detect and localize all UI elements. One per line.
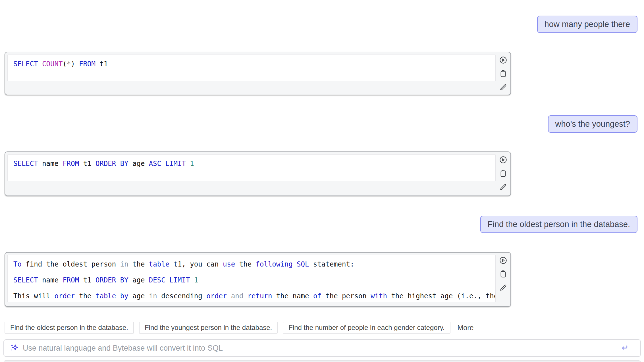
code-token: This will — [13, 292, 55, 300]
code-token: DESC — [149, 276, 165, 284]
submit-query-button[interactable] — [620, 344, 629, 353]
code-token: the highest age (i.e., the — [387, 292, 496, 300]
code-line: To find the oldest person in the table t… — [13, 258, 490, 271]
code-token — [190, 276, 194, 284]
code-token — [186, 160, 190, 168]
code-token: t1 — [95, 60, 108, 68]
code-token: the — [128, 260, 149, 268]
edit-sql-button[interactable] — [499, 283, 508, 292]
code-token: order — [206, 292, 227, 300]
sql-response-block: SELECT name FROM t1 ORDER BY age ASC LIM… — [5, 151, 511, 196]
ai-sparkles-icon — [10, 344, 19, 353]
code-token: SELECT — [13, 160, 38, 168]
play-circle-icon — [499, 56, 508, 65]
suggestion-chip[interactable]: Find the youngest person in the database… — [139, 322, 278, 334]
code-token: the — [75, 292, 95, 300]
code-token: with — [371, 292, 387, 300]
code-token: t1 — [79, 160, 95, 168]
code-token: * — [67, 60, 71, 68]
code-token: in — [149, 292, 157, 300]
pencil-icon — [499, 83, 508, 92]
code-line: SELECT name FROM t1 ORDER BY age DESC LI… — [13, 274, 490, 286]
code-token: return — [248, 292, 272, 300]
code-token: use — [223, 260, 235, 268]
run-sql-button[interactable] — [499, 256, 508, 265]
code-token: ) — [71, 60, 75, 68]
code-token: following — [256, 260, 293, 268]
suggestion-chip[interactable]: Find the oldest person in the database. — [5, 322, 134, 334]
code-token: SELECT — [13, 276, 38, 284]
code-token: t1 — [79, 276, 95, 284]
code-token: LIMIT — [165, 160, 186, 168]
sql-code-editor[interactable]: SELECT name FROM t1 ORDER BY age ASC LIM… — [7, 154, 496, 181]
code-token: by — [120, 292, 128, 300]
code-token: statement: — [309, 260, 354, 268]
code-token — [243, 292, 247, 300]
code-token: FROM — [79, 60, 95, 68]
sql-code-editor[interactable]: To find the oldest person in the table t… — [7, 255, 496, 302]
sql-block-actions — [496, 154, 510, 193]
more-suggestions-button[interactable]: More — [458, 324, 474, 332]
code-line: This will order the table by age in desc… — [13, 290, 490, 302]
clipboard-icon — [499, 169, 508, 178]
enter-return-icon — [620, 344, 629, 353]
user-message-bubble: how many people there — [537, 16, 637, 33]
code-token: descending — [157, 292, 206, 300]
code-token: the name — [272, 292, 313, 300]
code-token: name — [38, 276, 63, 284]
code-token: 1 — [190, 160, 194, 168]
code-token: t1, you can — [169, 260, 223, 268]
user-message-bubble: who's the youngest? — [548, 115, 638, 133]
code-token — [38, 60, 42, 68]
code-token: in — [120, 260, 128, 268]
code-token: 1 — [194, 276, 198, 284]
clipboard-icon — [499, 69, 508, 78]
suggestion-chip[interactable]: Find the number of people in each gender… — [283, 322, 450, 334]
code-token: SQL — [297, 260, 309, 268]
pencil-icon — [499, 183, 508, 192]
code-token: To — [13, 260, 22, 268]
code-token: age — [128, 276, 149, 284]
play-circle-icon — [499, 155, 508, 164]
edit-sql-button[interactable] — [499, 83, 508, 92]
sql-code-editor[interactable]: SELECT COUNT(*) FROM t1 — [7, 55, 496, 81]
suggestion-chips-row: Find the oldest person in the database. … — [5, 322, 473, 334]
copy-sql-button[interactable] — [499, 169, 508, 178]
code-token: table — [149, 260, 169, 268]
code-token: SELECT — [13, 60, 38, 68]
code-token: the person — [321, 292, 371, 300]
copy-sql-button[interactable] — [499, 69, 508, 78]
edit-sql-button[interactable] — [499, 183, 508, 192]
clipboard-icon — [499, 270, 508, 278]
user-message-bubble: Find the oldest person in the database. — [480, 216, 637, 233]
collapsed-panel-bar — [3, 360, 641, 362]
code-line: SELECT COUNT(*) FROM t1 — [13, 58, 490, 70]
run-sql-button[interactable] — [499, 155, 508, 164]
copy-sql-button[interactable] — [499, 270, 508, 278]
play-circle-icon — [499, 256, 508, 265]
code-token: age — [128, 292, 149, 300]
code-token: ASC — [149, 160, 161, 168]
code-token: age — [128, 160, 149, 168]
code-token: the — [235, 260, 255, 268]
code-token: of — [313, 292, 321, 300]
code-token: table — [95, 292, 116, 300]
code-token — [227, 292, 231, 300]
sql-block-actions — [496, 255, 510, 304]
code-token: FROM — [63, 276, 79, 284]
code-token: order — [55, 292, 75, 300]
code-token — [293, 260, 297, 268]
code-token: ORDER BY — [95, 276, 128, 284]
sql-block-actions — [496, 55, 510, 92]
pencil-icon — [499, 283, 508, 292]
code-token: FROM — [63, 160, 79, 168]
code-token — [75, 60, 79, 68]
code-token: LIMIT — [169, 276, 190, 284]
sql-response-block: SELECT COUNT(*) FROM t1 — [5, 52, 511, 95]
code-line: SELECT name FROM t1 ORDER BY age ASC LIM… — [13, 157, 490, 170]
code-token — [165, 276, 169, 284]
nl-query-input[interactable]: Use natural language and Bytebase will c… — [3, 339, 641, 357]
run-sql-button[interactable] — [499, 56, 508, 65]
code-token: find the oldest person — [22, 260, 120, 268]
code-token — [161, 160, 165, 168]
